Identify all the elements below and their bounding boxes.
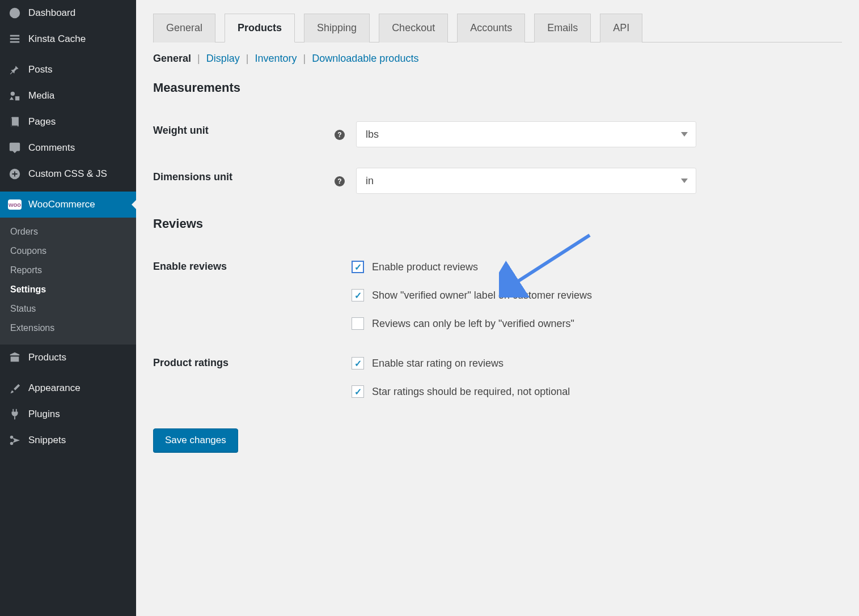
sidebar-item-pages[interactable]: Pages xyxy=(0,109,136,135)
submenu-coupons[interactable]: Coupons xyxy=(0,241,136,261)
sidebar-item-posts[interactable]: Posts xyxy=(0,57,136,83)
svg-rect-0 xyxy=(10,35,20,37)
weight-unit-select[interactable]: lbs xyxy=(356,121,696,147)
enable-product-reviews-row: Enable product reviews xyxy=(352,257,836,277)
verified-owner-label-checkbox[interactable] xyxy=(352,289,364,301)
dimensions-unit-select[interactable]: in xyxy=(356,168,696,194)
subnav-inventory[interactable]: Inventory xyxy=(255,53,297,64)
select-value: in xyxy=(366,175,374,187)
checkbox-label: Enable product reviews xyxy=(372,261,478,273)
select-value: lbs xyxy=(366,129,379,141)
admin-sidebar: Dashboard Kinsta Cache Posts Media Pages… xyxy=(0,0,136,616)
checkbox-label: Show "verified owner" label on customer … xyxy=(372,290,592,301)
subnav-display[interactable]: Display xyxy=(206,53,240,64)
sidebar-item-custom-css-js[interactable]: Custom CSS & JS xyxy=(0,161,136,187)
media-icon xyxy=(8,89,22,103)
comment-icon xyxy=(8,141,22,155)
svg-point-8 xyxy=(10,436,14,439)
measurements-table: Weight unit ? lbs Dimensions unit ? in xyxy=(153,111,842,204)
checkbox-label: Star ratings should be required, not opt… xyxy=(372,386,570,398)
help-icon[interactable]: ? xyxy=(335,130,345,140)
plugin-icon xyxy=(8,407,22,421)
submenu-status[interactable]: Status xyxy=(0,299,136,318)
help-icon[interactable]: ? xyxy=(335,176,345,186)
verified-owners-only-row: Reviews can only be left by "verified ow… xyxy=(352,314,836,333)
enable-star-rating-row: Enable star rating on reviews xyxy=(352,354,836,373)
sidebar-item-dashboard[interactable]: Dashboard xyxy=(0,0,136,26)
sidebar-item-label: WooCommerce xyxy=(28,199,95,210)
sidebar-item-woocommerce[interactable]: woo WooCommerce xyxy=(0,192,136,218)
subnav-general[interactable]: General xyxy=(153,53,191,64)
checkbox-label: Reviews can only be left by "verified ow… xyxy=(372,318,574,330)
page-icon xyxy=(8,115,22,129)
star-rating-required-checkbox[interactable] xyxy=(352,385,364,398)
sidebar-item-media[interactable]: Media xyxy=(0,83,136,109)
sidebar-item-label: Products xyxy=(28,352,66,363)
sidebar-item-label: Dashboard xyxy=(28,7,75,19)
svg-point-9 xyxy=(10,442,14,445)
sidebar-item-label: Comments xyxy=(28,142,75,154)
chevron-down-icon xyxy=(681,132,688,137)
dimensions-unit-label: Dimensions unit xyxy=(153,158,329,204)
subnav-downloadable[interactable]: Downloadable products xyxy=(312,53,418,64)
sidebar-item-snippets[interactable]: Snippets xyxy=(0,427,136,453)
plus-circle-icon xyxy=(8,167,22,181)
sidebar-item-label: Appearance xyxy=(28,383,81,394)
tab-shipping[interactable]: Shipping xyxy=(304,14,370,43)
svg-rect-1 xyxy=(10,38,20,40)
tab-api[interactable]: API xyxy=(600,14,642,43)
svg-rect-7 xyxy=(14,417,15,420)
product-ratings-label: Product ratings xyxy=(153,343,329,411)
submenu-reports[interactable]: Reports xyxy=(0,261,136,280)
star-rating-required-row: Star ratings should be required, not opt… xyxy=(352,382,836,401)
list-icon xyxy=(8,32,22,46)
archive-icon xyxy=(8,351,22,364)
measurements-heading: Measurements xyxy=(153,80,842,95)
verified-owners-only-checkbox[interactable] xyxy=(352,317,364,330)
reviews-heading: Reviews xyxy=(153,216,842,231)
submenu-settings[interactable]: Settings xyxy=(0,280,136,299)
chevron-down-icon xyxy=(681,179,688,183)
settings-tabs: General Products Shipping Checkout Accou… xyxy=(153,14,842,43)
sidebar-item-products[interactable]: Products xyxy=(0,345,136,371)
svg-rect-5 xyxy=(12,117,19,126)
sidebar-item-plugins[interactable]: Plugins xyxy=(0,401,136,427)
sidebar-item-appearance[interactable]: Appearance xyxy=(0,375,136,401)
sidebar-item-label: Snippets xyxy=(28,435,66,446)
tab-checkout[interactable]: Checkout xyxy=(379,14,448,43)
submenu-extensions[interactable]: Extensions xyxy=(0,318,136,338)
sidebar-item-label: Custom CSS & JS xyxy=(28,168,107,180)
tab-products[interactable]: Products xyxy=(225,14,295,43)
sidebar-item-comments[interactable]: Comments xyxy=(0,135,136,161)
sidebar-item-label: Pages xyxy=(28,116,56,128)
products-subnav: General | Display | Inventory | Download… xyxy=(153,53,842,65)
woo-icon: woo xyxy=(8,198,22,211)
main-content: General Products Shipping Checkout Accou… xyxy=(136,0,859,616)
svg-rect-2 xyxy=(10,41,20,43)
sidebar-item-label: Posts xyxy=(28,64,53,75)
enable-reviews-label: Enable reviews xyxy=(153,247,329,343)
submenu-orders[interactable]: Orders xyxy=(0,222,136,241)
brush-icon xyxy=(8,381,22,395)
sidebar-item-label: Plugins xyxy=(28,409,60,420)
dashboard-icon xyxy=(8,6,22,20)
tab-emails[interactable]: Emails xyxy=(534,14,591,43)
sidebar-item-kinsta-cache[interactable]: Kinsta Cache xyxy=(0,26,136,52)
svg-point-3 xyxy=(11,92,15,96)
verified-owner-label-row: Show "verified owner" label on customer … xyxy=(352,286,836,305)
enable-product-reviews-checkbox[interactable] xyxy=(352,261,364,273)
woocommerce-submenu: Orders Coupons Reports Settings Status E… xyxy=(0,218,136,345)
checkbox-label: Enable star rating on reviews xyxy=(372,358,503,369)
pin-icon xyxy=(8,63,22,77)
reviews-table: Enable reviews Enable product reviews Sh… xyxy=(153,247,842,411)
enable-star-rating-checkbox[interactable] xyxy=(352,357,364,369)
sidebar-item-label: Kinsta Cache xyxy=(28,33,86,45)
tab-accounts[interactable]: Accounts xyxy=(457,14,525,43)
scissors-icon xyxy=(8,434,22,447)
tab-general[interactable]: General xyxy=(153,14,215,43)
weight-unit-label: Weight unit xyxy=(153,111,329,158)
save-button[interactable]: Save changes xyxy=(153,428,238,452)
sidebar-item-label: Media xyxy=(28,90,54,101)
